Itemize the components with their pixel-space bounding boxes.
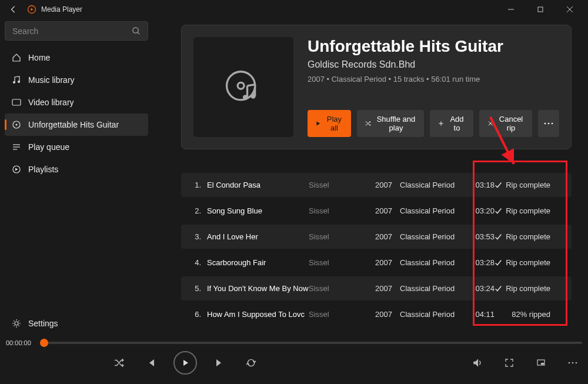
svg-point-8 bbox=[18, 81, 20, 83]
plus-icon bbox=[438, 119, 444, 128]
shuffle-toggle[interactable] bbox=[110, 353, 129, 372]
add-to-button[interactable]: Add to bbox=[430, 110, 473, 137]
track-genre: Classical Period bbox=[400, 181, 467, 189]
track-year: 2007 bbox=[375, 258, 400, 267]
track-year: 2007 bbox=[375, 232, 400, 241]
fullscreen-button[interactable] bbox=[500, 353, 519, 372]
track-number: 5. bbox=[186, 284, 207, 293]
nav-playlists[interactable]: Playlists bbox=[5, 158, 148, 181]
svg-point-11 bbox=[16, 124, 18, 126]
play-all-button[interactable]: Play all bbox=[308, 110, 351, 137]
track-status: Rip complete bbox=[495, 206, 550, 215]
repeat-toggle[interactable] bbox=[242, 353, 260, 372]
track-duration: 03:18 bbox=[467, 181, 495, 189]
button-label: Add to bbox=[449, 115, 465, 132]
album-artist: Goldisc Records Sdn.Bhd bbox=[308, 59, 559, 70]
track-status: 82% ripped bbox=[495, 310, 550, 319]
svg-rect-2 bbox=[538, 7, 543, 12]
nav-music[interactable]: Music library bbox=[5, 69, 148, 91]
button-label: Play all bbox=[326, 115, 343, 132]
time-elapsed: 00:00:00 bbox=[6, 339, 34, 346]
app-title: Media Player bbox=[41, 5, 82, 14]
check-icon bbox=[495, 259, 502, 266]
nav-queue[interactable]: Play queue bbox=[5, 136, 148, 158]
shuffle-button[interactable]: Shuffle and play bbox=[357, 110, 424, 137]
svg-point-30 bbox=[569, 362, 570, 364]
track-status: Rip complete bbox=[495, 181, 550, 189]
album-header: Unforgettable Hits Guitar Goldisc Record… bbox=[181, 25, 572, 149]
more-icon bbox=[544, 122, 553, 125]
nav-current-album[interactable]: Unforgettable Hits Guitar bbox=[5, 113, 148, 136]
miniplayer-button[interactable] bbox=[532, 353, 550, 372]
button-label: Cancel rip bbox=[498, 115, 524, 132]
track-row[interactable]: 3.And I Love HerSissel2007Classical Peri… bbox=[181, 225, 572, 249]
track-duration: 03:28 bbox=[467, 258, 495, 267]
track-genre: Classical Period bbox=[400, 232, 467, 241]
track-artist: Sissel bbox=[309, 284, 375, 293]
track-artist: Sissel bbox=[309, 232, 375, 241]
track-artist: Sissel bbox=[309, 310, 375, 319]
more-player-button[interactable] bbox=[563, 353, 582, 372]
search-input[interactable] bbox=[12, 26, 132, 36]
bottom-player: 00:00:00 bbox=[0, 337, 588, 384]
nav-label: Settings bbox=[28, 319, 58, 328]
track-genre: Classical Period bbox=[400, 284, 467, 293]
app-icon bbox=[27, 5, 36, 14]
svg-point-26 bbox=[548, 123, 550, 125]
svg-point-25 bbox=[544, 123, 546, 125]
track-genre: Classical Period bbox=[400, 206, 467, 215]
track-duration: 03:24 bbox=[467, 284, 495, 293]
svg-point-27 bbox=[552, 123, 553, 125]
track-artist: Sissel bbox=[309, 206, 375, 215]
track-artist: Sissel bbox=[309, 258, 375, 267]
nav-label: Playlists bbox=[28, 165, 58, 174]
minimize-button[interactable] bbox=[497, 1, 524, 18]
svg-rect-9 bbox=[12, 99, 21, 105]
nav-video[interactable]: Video library bbox=[5, 91, 148, 113]
album-title: Unforgettable Hits Guitar bbox=[308, 37, 559, 56]
track-number: 2. bbox=[186, 206, 207, 215]
track-genre: Classical Period bbox=[400, 258, 467, 267]
previous-button[interactable] bbox=[142, 353, 161, 372]
more-button[interactable] bbox=[538, 110, 559, 137]
seekbar[interactable] bbox=[40, 342, 582, 344]
volume-button[interactable] bbox=[468, 353, 487, 372]
close-icon bbox=[487, 119, 494, 128]
seek-thumb[interactable] bbox=[40, 339, 48, 347]
sidebar: Home Music library Video library Unforge… bbox=[0, 19, 153, 337]
track-status: Rip complete bbox=[495, 284, 550, 293]
back-button[interactable] bbox=[5, 1, 22, 18]
nav-label: Play queue bbox=[28, 142, 69, 152]
track-row[interactable]: 4.Scarborough FairSissel2007Classical Pe… bbox=[181, 251, 572, 275]
track-number: 6. bbox=[186, 310, 207, 319]
track-artist: Sissel bbox=[309, 181, 375, 189]
music-icon bbox=[12, 75, 21, 85]
svg-point-16 bbox=[15, 322, 18, 325]
check-icon bbox=[495, 207, 502, 215]
check-icon bbox=[495, 181, 502, 189]
play-button[interactable] bbox=[173, 351, 197, 375]
cd-note-icon bbox=[223, 66, 264, 108]
svg-point-31 bbox=[572, 362, 574, 364]
cancel-rip-button[interactable]: Cancel rip bbox=[479, 110, 532, 137]
svg-line-6 bbox=[138, 32, 139, 34]
track-duration: 03:53 bbox=[467, 232, 495, 241]
close-button[interactable] bbox=[556, 1, 583, 18]
track-title: El Condor Pasa bbox=[207, 181, 309, 189]
track-title: If You Don't Know Me By Now bbox=[207, 284, 309, 293]
track-title: Scarborough Fair bbox=[207, 258, 309, 267]
svg-point-20 bbox=[250, 94, 256, 99]
search-box[interactable] bbox=[5, 21, 148, 41]
nav-home[interactable]: Home bbox=[5, 46, 148, 69]
next-button[interactable] bbox=[210, 353, 229, 372]
maximize-button[interactable] bbox=[527, 1, 554, 18]
nav-settings[interactable]: Settings bbox=[5, 312, 148, 335]
track-row[interactable]: 1.El Condor PasaSissel2007Classical Peri… bbox=[181, 173, 572, 197]
check-icon bbox=[495, 285, 502, 292]
track-title: How Am I Supposed To Lovc bbox=[207, 310, 309, 319]
track-row[interactable]: 2.Song Sung BlueSissel2007Classical Peri… bbox=[181, 199, 572, 223]
track-row[interactable]: 5.If You Don't Know Me By NowSissel2007C… bbox=[181, 276, 572, 300]
track-number: 1. bbox=[186, 181, 207, 189]
track-row[interactable]: 6.How Am I Supposed To LovcSissel2007Cla… bbox=[181, 302, 572, 326]
track-duration: 03:20 bbox=[467, 206, 495, 215]
